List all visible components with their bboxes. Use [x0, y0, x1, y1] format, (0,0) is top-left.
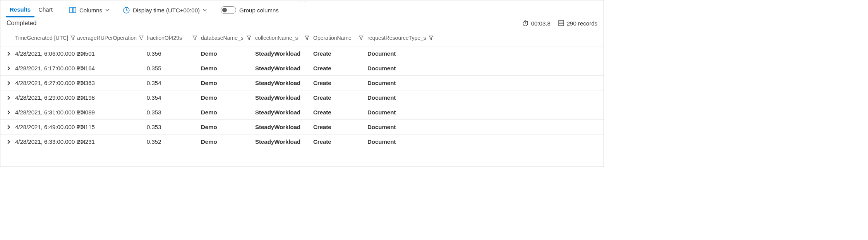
table-row[interactable]: 4/28/2021, 6:31:00.000 PM 17.089 0.353 D… [0, 105, 604, 119]
table-header-row: TimeGenerated [UTC] averageRUPerOperatio… [0, 30, 604, 46]
cell-time: 4/28/2021, 6:33:00.000 PM [15, 138, 77, 145]
column-header-f429[interactable]: fractionOf429s [147, 35, 201, 41]
display-time-button[interactable]: Display time (UTC+00:00) [122, 3, 208, 17]
cell-time: 4/28/2021, 6:49:00.000 PM [15, 124, 77, 130]
records-text: 290 records [567, 20, 597, 27]
cell-ru: 17.363 [77, 80, 147, 86]
group-columns-toggle[interactable]: Group columns [219, 3, 280, 17]
result-tabs: Results Chart [6, 3, 57, 17]
cell-op: Create [313, 65, 367, 71]
results-toolbar: Results Chart Columns Display time (UTC+… [0, 3, 604, 17]
column-header-op[interactable]: OperationName [313, 35, 367, 41]
cell-coll: SteadyWorkload [255, 65, 313, 71]
cell-op: Create [313, 50, 367, 57]
cell-f429: 0.354 [147, 80, 201, 86]
column-label: collectionName_s [255, 35, 298, 41]
cell-res: Document [367, 94, 422, 101]
records-icon [558, 20, 564, 26]
row-expander[interactable] [2, 110, 15, 115]
cell-db: Demo [201, 138, 255, 145]
tab-results-label: Results [10, 6, 31, 13]
cell-ru: 17.089 [77, 109, 147, 116]
column-header-ru[interactable]: averageRUPerOperation [77, 35, 147, 41]
cell-ru: 17.115 [77, 124, 147, 130]
column-label: TimeGenerated [UTC] [15, 35, 68, 41]
table-row[interactable]: 4/28/2021, 6:17:00.000 PM 17.164 0.355 D… [0, 61, 604, 75]
chevron-down-icon [203, 9, 207, 11]
row-expander[interactable] [2, 125, 15, 129]
row-expander[interactable] [2, 66, 15, 71]
tab-results[interactable]: Results [6, 3, 34, 17]
cell-db: Demo [201, 109, 255, 116]
cell-res: Document [367, 109, 422, 116]
tab-chart[interactable]: Chart [34, 3, 57, 17]
filter-icon[interactable] [70, 36, 75, 40]
clock-icon [123, 7, 130, 14]
filter-icon[interactable] [429, 36, 433, 40]
cell-db: Demo [201, 80, 255, 86]
cell-f429: 0.356 [147, 50, 201, 57]
cell-db: Demo [201, 124, 255, 130]
cell-time: 4/28/2021, 6:29:00.000 PM [15, 94, 77, 101]
cell-db: Demo [201, 94, 255, 101]
cell-coll: SteadyWorkload [255, 109, 313, 116]
status-bar: Completed 00:03.8 290 records [0, 17, 604, 28]
cell-op: Create [313, 80, 367, 86]
row-expander[interactable] [2, 51, 15, 56]
record-count: 290 records [558, 20, 597, 27]
cell-f429: 0.355 [147, 65, 201, 71]
cell-db: Demo [201, 65, 255, 71]
filter-icon[interactable] [139, 36, 144, 40]
cell-res: Document [367, 138, 422, 145]
cell-res: Document [367, 65, 422, 71]
toggle-off-icon [221, 6, 236, 14]
cell-coll: SteadyWorkload [255, 138, 313, 145]
row-expander[interactable] [2, 95, 15, 100]
column-label: fractionOf429s [147, 35, 182, 41]
svg-rect-0 [70, 7, 72, 13]
query-status: Completed [7, 20, 36, 27]
cell-f429: 0.354 [147, 94, 201, 101]
table-row[interactable]: 4/28/2021, 6:33:00.000 PM 17.231 0.352 D… [0, 134, 604, 149]
cell-f429: 0.352 [147, 138, 201, 145]
cell-f429: 0.353 [147, 124, 201, 130]
filter-icon[interactable] [359, 36, 364, 40]
cell-res: Document [367, 124, 422, 130]
svg-rect-1 [73, 7, 76, 13]
table-row[interactable]: 4/28/2021, 6:06:00.000 PM 17.501 0.356 D… [0, 46, 604, 61]
column-header-coll[interactable]: collectionName_s [255, 35, 313, 41]
toolbar-divider [62, 6, 62, 14]
column-header-res[interactable]: requestResourceType_s [367, 35, 422, 41]
cell-res: Document [367, 50, 422, 57]
column-header-db[interactable]: databaseName_s [201, 35, 255, 41]
cell-ru: 17.231 [77, 138, 147, 145]
column-header-time[interactable]: TimeGenerated [UTC] [15, 35, 77, 41]
table-row[interactable]: 4/28/2021, 6:29:00.000 PM 17.198 0.354 D… [0, 90, 604, 105]
cell-op: Create [313, 94, 367, 101]
cell-time: 4/28/2021, 6:17:00.000 PM [15, 65, 77, 71]
cell-time: 4/28/2021, 6:31:00.000 PM [15, 109, 77, 116]
cell-db: Demo [201, 50, 255, 57]
results-table: TimeGenerated [UTC] averageRUPerOperatio… [0, 30, 604, 149]
cell-op: Create [313, 109, 367, 116]
column-label: databaseName_s [201, 35, 244, 41]
columns-label: Columns [79, 7, 102, 14]
filter-icon[interactable] [192, 36, 197, 40]
columns-icon [69, 7, 76, 13]
table-row[interactable]: 4/28/2021, 6:27:00.000 PM 17.363 0.354 D… [0, 75, 604, 90]
columns-button[interactable]: Columns [68, 3, 111, 17]
row-expander[interactable] [2, 81, 15, 85]
column-label: OperationName [313, 35, 352, 41]
filter-icon[interactable] [305, 36, 309, 40]
cell-coll: SteadyWorkload [255, 94, 313, 101]
chevron-down-icon [105, 9, 109, 11]
cell-ru: 17.501 [77, 50, 147, 57]
stopwatch-icon [522, 20, 528, 26]
cell-op: Create [313, 138, 367, 145]
table-row[interactable]: 4/28/2021, 6:49:00.000 PM 17.115 0.353 D… [0, 119, 604, 134]
row-expander[interactable] [2, 140, 15, 144]
filter-icon[interactable] [247, 36, 251, 40]
display-time-label: Display time (UTC+00:00) [133, 7, 200, 14]
cell-coll: SteadyWorkload [255, 50, 313, 57]
duration-text: 00:03.8 [531, 20, 551, 27]
